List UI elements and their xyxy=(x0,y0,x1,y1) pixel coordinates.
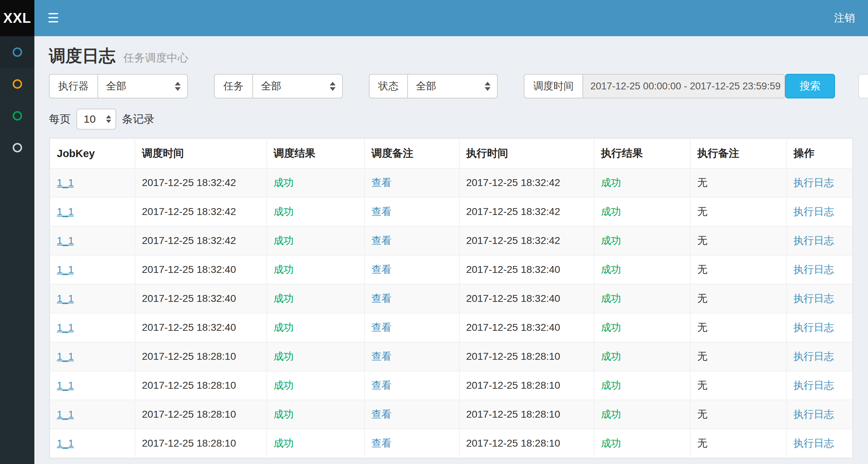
logout-link[interactable]: 注销 xyxy=(834,11,855,25)
handle-msg-cell: 无 xyxy=(690,284,787,313)
sidebar-item-2[interactable] xyxy=(0,68,34,100)
view-link[interactable]: 查看 xyxy=(371,264,392,275)
main-content: 调度日志 任务调度中心 执行器 全部 任务 全部 状态 全部 调度 xyxy=(34,36,868,464)
circle-outline-icon xyxy=(13,143,22,152)
select-stepper-icon xyxy=(330,82,336,91)
table-row: 1_1 2017-12-25 18:32:42 成功 查看 2017-12-25… xyxy=(50,168,852,197)
trigger-result-cell: 成功 xyxy=(267,197,365,226)
handle-msg-cell: 无 xyxy=(690,429,787,458)
jobkey-link[interactable]: 1_1 xyxy=(57,322,74,333)
trigger-time-cell: 2017-12-25 18:28:10 xyxy=(135,371,267,400)
exec-log-link[interactable]: 执行日志 xyxy=(793,351,834,362)
table-header-row: JobKey 调度时间 调度结果 调度备注 执行时间 执行结果 执行备注 操作 xyxy=(50,139,852,168)
executor-filter-label: 执行器 xyxy=(49,74,97,98)
view-link[interactable]: 查看 xyxy=(371,351,392,362)
trigger-time-range-input[interactable]: 2017-12-25 00:00:00 - 2017-12-25 23:59:5… xyxy=(582,74,785,98)
exec-log-link[interactable]: 执行日志 xyxy=(793,322,834,333)
view-link[interactable]: 查看 xyxy=(371,409,392,420)
action-cell: 执行日志 xyxy=(787,342,852,371)
trigger-result-cell: 成功 xyxy=(267,371,365,400)
handle-time-cell: 2017-12-25 18:32:40 xyxy=(459,284,594,313)
top-navbar: XXL ☰ 注销 xyxy=(0,0,868,36)
view-link[interactable]: 查看 xyxy=(371,206,392,217)
action-cell: 执行日志 xyxy=(787,313,852,342)
exec-log-link[interactable]: 执行日志 xyxy=(793,264,834,275)
sidebar-item-1[interactable] xyxy=(0,36,34,68)
handle-time-cell: 2017-12-25 18:32:42 xyxy=(459,197,594,226)
jobkey-link[interactable]: 1_1 xyxy=(57,438,74,449)
trigger-msg-cell: 查看 xyxy=(365,226,459,255)
job-filter-label: 任务 xyxy=(214,74,252,98)
exec-log-link[interactable]: 执行日志 xyxy=(793,409,834,420)
table-row: 1_1 2017-12-25 18:32:42 成功 查看 2017-12-25… xyxy=(50,226,852,255)
hamburger-icon[interactable]: ☰ xyxy=(47,12,59,25)
jobkey-link[interactable]: 1_1 xyxy=(57,264,74,275)
circle-outline-icon xyxy=(13,111,22,121)
view-link[interactable]: 查看 xyxy=(371,177,392,188)
search-button[interactable]: 搜索 xyxy=(785,74,835,98)
filter-bar: 执行器 全部 任务 全部 状态 全部 调度时间 2017-12-25 00:00… xyxy=(34,72,868,98)
jobkey-cell: 1_1 xyxy=(50,429,135,458)
handle-msg-cell: 无 xyxy=(690,226,787,255)
trigger-result-cell: 成功 xyxy=(267,313,365,342)
exec-log-link[interactable]: 执行日志 xyxy=(793,206,834,217)
exec-log-link[interactable]: 执行日志 xyxy=(793,380,834,391)
trigger-time-cell: 2017-12-25 18:28:10 xyxy=(135,429,267,458)
table-row: 1_1 2017-12-25 18:28:10 成功 查看 2017-12-25… xyxy=(50,400,852,429)
trigger-time-cell: 2017-12-25 18:32:40 xyxy=(135,255,267,284)
status-filter-group: 状态 全部 xyxy=(369,74,498,98)
header-handle-msg: 执行备注 xyxy=(690,139,787,168)
circle-outline-icon xyxy=(13,47,22,57)
exec-log-link[interactable]: 执行日志 xyxy=(793,293,834,304)
action-cell: 执行日志 xyxy=(787,284,852,313)
jobkey-cell: 1_1 xyxy=(50,371,135,400)
jobkey-link[interactable]: 1_1 xyxy=(57,235,74,246)
exec-log-link[interactable]: 执行日志 xyxy=(793,177,834,188)
trigger-msg-cell: 查看 xyxy=(365,429,459,458)
jobkey-link[interactable]: 1_1 xyxy=(57,351,74,362)
jobkey-cell: 1_1 xyxy=(50,255,135,284)
handle-result-cell: 成功 xyxy=(594,400,690,429)
view-link[interactable]: 查看 xyxy=(371,438,392,449)
handle-result-cell: 成功 xyxy=(594,226,690,255)
handle-time-cell: 2017-12-25 18:28:10 xyxy=(459,400,594,429)
jobkey-cell: 1_1 xyxy=(50,197,135,226)
view-link[interactable]: 查看 xyxy=(371,380,392,391)
jobkey-link[interactable]: 1_1 xyxy=(57,177,74,188)
jobkey-link[interactable]: 1_1 xyxy=(57,380,74,391)
table-row: 1_1 2017-12-25 18:28:10 成功 查看 2017-12-25… xyxy=(50,371,852,400)
handle-msg-cell: 无 xyxy=(690,255,787,284)
exec-log-link[interactable]: 执行日志 xyxy=(793,235,834,246)
trigger-result-cell: 成功 xyxy=(267,168,365,197)
header-handle-result: 执行结果 xyxy=(594,139,690,168)
clear-button[interactable]: 清理 xyxy=(858,74,868,98)
view-link[interactable]: 查看 xyxy=(371,322,392,333)
sidebar-item-4[interactable] xyxy=(0,132,34,164)
trigger-time-cell: 2017-12-25 18:32:42 xyxy=(135,226,267,255)
executor-select[interactable]: 全部 xyxy=(97,74,188,98)
handle-result-cell: 成功 xyxy=(594,284,690,313)
per-page-select[interactable]: 10 xyxy=(76,109,116,130)
status-select[interactable]: 全部 xyxy=(407,74,498,98)
jobkey-link[interactable]: 1_1 xyxy=(57,409,74,420)
jobkey-link[interactable]: 1_1 xyxy=(57,206,74,217)
trigger-time-cell: 2017-12-25 18:32:40 xyxy=(135,313,267,342)
view-link[interactable]: 查看 xyxy=(371,293,392,304)
trigger-msg-cell: 查看 xyxy=(365,371,459,400)
exec-log-link[interactable]: 执行日志 xyxy=(793,438,834,449)
table-row: 1_1 2017-12-25 18:32:40 成功 查看 2017-12-25… xyxy=(50,313,852,342)
sidebar-item-3[interactable] xyxy=(0,100,34,132)
handle-time-cell: 2017-12-25 18:28:10 xyxy=(459,342,594,371)
page-title: 调度日志 xyxy=(49,46,115,65)
view-link[interactable]: 查看 xyxy=(371,235,392,246)
handle-time-cell: 2017-12-25 18:32:40 xyxy=(459,255,594,284)
trigger-msg-cell: 查看 xyxy=(365,284,459,313)
trigger-msg-cell: 查看 xyxy=(365,342,459,371)
handle-msg-cell: 无 xyxy=(690,371,787,400)
table-row: 1_1 2017-12-25 18:28:10 成功 查看 2017-12-25… xyxy=(50,342,852,371)
trigger-time-cell: 2017-12-25 18:28:10 xyxy=(135,342,267,371)
jobkey-link[interactable]: 1_1 xyxy=(57,293,74,304)
app-logo: XXL xyxy=(0,0,34,36)
trigger-msg-cell: 查看 xyxy=(365,400,459,429)
job-select[interactable]: 全部 xyxy=(252,74,343,98)
